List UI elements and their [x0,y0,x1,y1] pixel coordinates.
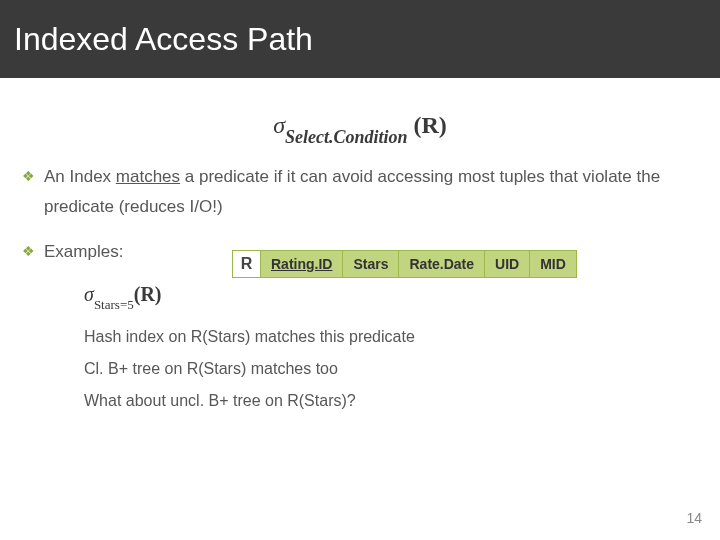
line-uncl-btree: What about uncl. B+ tree on R(Stars)? [84,385,698,417]
bullet-list: An Index matches a predicate if it can a… [22,162,698,417]
slide: Indexed Access Path σSelect.Condition (R… [0,0,720,540]
example-formula: σStars=5(R) [84,276,698,313]
bullet-index-matches: An Index matches a predicate if it can a… [22,162,698,223]
bullet1-pre: An Index [44,167,116,186]
sigma-symbol-2: σ [84,283,94,305]
example-lines: Hash index on R(Stars) matches this pred… [84,321,698,417]
sigma-subscript-2: Stars=5 [94,297,134,312]
sigma-symbol: σ [273,112,285,138]
schema-col-ratedate: Rate.Date [399,251,485,277]
slide-title: Indexed Access Path [14,21,313,58]
sigma-argument: (R) [414,112,447,138]
sigma-argument-2: (R) [134,283,162,305]
line-hash-index: Hash index on R(Stars) matches this pred… [84,321,698,353]
schema-col-stars: Stars [343,251,399,277]
bullet1-matches: matches [116,167,180,186]
examples-label: Examples: [44,242,123,261]
line-cl-btree: Cl. B+ tree on R(Stars) matches too [84,353,698,385]
slide-body: σSelect.Condition (R) An Index matches a… [0,78,720,417]
schema-relation-label: R [233,251,261,277]
selection-formula: σSelect.Condition (R) [22,112,698,144]
title-bar: Indexed Access Path [0,0,720,78]
page-number: 14 [686,510,702,526]
schema-col-ratingid: Rating.ID [261,251,343,277]
sigma-subscript: Select.Condition [285,127,408,147]
schema-col-mid: MID [530,251,576,277]
relation-schema: R Rating.ID Stars Rate.Date UID MID [232,250,577,278]
schema-col-uid: UID [485,251,530,277]
